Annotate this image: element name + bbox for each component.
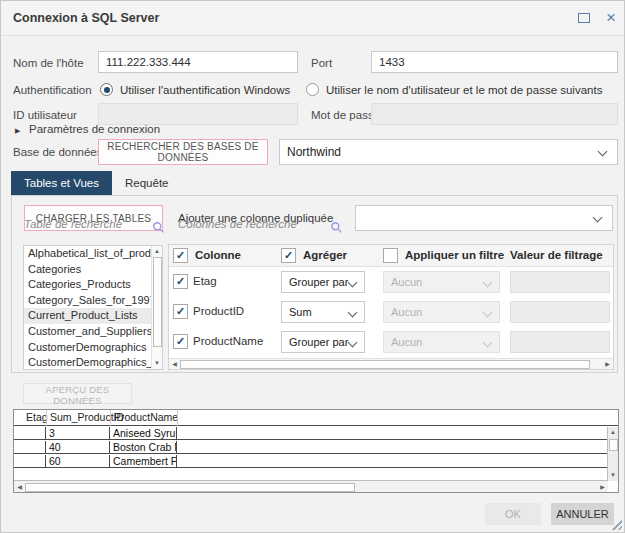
scrollbar-thumb[interactable] xyxy=(609,439,618,451)
checkbox-checked[interactable]: ✓ xyxy=(173,334,188,349)
table-row[interactable]: 3 Aniseed Syrup xyxy=(14,427,607,440)
scroll-left-icon[interactable]: ◀ xyxy=(14,482,25,492)
list-item[interactable]: Category_Sales_for_1997 xyxy=(24,293,151,309)
ok-button: OK xyxy=(485,503,541,525)
table-row[interactable]: 60 Camembert Pierrot xyxy=(14,455,607,468)
scroll-up-icon[interactable]: ▲ xyxy=(152,246,162,257)
scrollbar-thumb[interactable] xyxy=(153,257,162,347)
cell-etag xyxy=(14,441,46,454)
table-row[interactable]: 40 Boston Crab Meat xyxy=(14,441,607,454)
radio-credentials-auth[interactable] xyxy=(306,83,319,96)
aggregate-select-value: Sum xyxy=(289,302,312,322)
user-id-label: ID utilisateur xyxy=(13,109,77,121)
radio-windows-auth[interactable] xyxy=(100,83,113,96)
columns-grid: ✓ Colonne ✓ Agréger Appliquer un filtre … xyxy=(168,244,614,370)
filter-value-input-disabled xyxy=(510,331,610,353)
filter-select-disabled: Aucun xyxy=(383,301,500,323)
columns-grid-hscrollbar[interactable]: ◀ ▶ xyxy=(169,358,613,369)
checkbox-aggregate-checked[interactable]: ✓ xyxy=(281,248,296,263)
aggregate-select[interactable]: Sum xyxy=(281,301,365,323)
checkbox-checked[interactable]: ✓ xyxy=(173,304,188,319)
cancel-button[interactable]: ANNULER xyxy=(551,503,614,525)
maximize-icon[interactable] xyxy=(578,13,590,23)
radio-windows-auth-label[interactable]: Utiliser l'authentification Windows xyxy=(120,84,290,96)
scrollbar-thumb[interactable] xyxy=(180,360,590,369)
chevron-down-icon xyxy=(348,278,358,288)
aggregate-select-value: Grouper par xyxy=(289,272,348,292)
close-icon[interactable]: × xyxy=(600,6,622,30)
host-label: Nom de l'hôte xyxy=(13,57,84,69)
list-item[interactable]: Alphabetical_list_of_products xyxy=(24,246,151,262)
list-item-selected[interactable]: Current_Product_Lists xyxy=(24,308,151,324)
tables-list-scrollbar[interactable]: ▲ ▼ xyxy=(151,246,162,369)
dialog-title: Connexion à SQL Server xyxy=(13,1,159,36)
column-header: Colonne xyxy=(195,249,241,261)
duplicate-column-select[interactable] xyxy=(355,205,613,231)
scroll-down-icon[interactable]: ▼ xyxy=(152,358,162,369)
list-item[interactable]: CustomerDemographics xyxy=(24,340,151,356)
cell-productname: Camembert Pierrot xyxy=(110,455,177,468)
preview-col-etag: Etag xyxy=(26,411,48,423)
aggregate-select[interactable]: Grouper par xyxy=(281,271,365,293)
chevron-down-icon xyxy=(348,338,358,348)
list-item[interactable]: Categories_Products xyxy=(24,277,151,293)
tab-tables-and-views[interactable]: Tables et Vues xyxy=(11,171,112,195)
scrollbar-thumb[interactable] xyxy=(25,483,355,492)
apply-filter-header: Appliquer un filtre xyxy=(405,249,504,261)
list-item[interactable]: CustomerDemographics_Custor xyxy=(24,355,151,370)
auth-label: Authentification xyxy=(13,84,92,96)
preview-hscrollbar[interactable]: ◀ ▶ xyxy=(14,480,608,492)
search-databases-button[interactable]: RECHERCHER DES BASES DE DONNÉES xyxy=(98,139,268,165)
filter-select-value: Aucun xyxy=(391,302,422,322)
column-separator xyxy=(110,410,111,426)
tab-bar: Tables et Vues Requête xyxy=(11,171,182,195)
sql-server-connection-dialog: Connexion à SQL Server × Nom de l'hôte P… xyxy=(0,0,625,533)
filter-value-input-disabled xyxy=(510,301,610,323)
aggregate-select-value: Grouper par xyxy=(289,332,348,352)
cell-sum-productid: 40 xyxy=(46,441,110,454)
chevron-down-icon xyxy=(483,308,493,318)
radio-credentials-auth-label[interactable]: Utiliser le nom d'utilisateur et le mot … xyxy=(326,84,602,96)
scroll-right-icon[interactable]: ▶ xyxy=(602,359,613,369)
chevron-down-icon xyxy=(483,278,493,288)
cell-productname: Boston Crab Meat xyxy=(110,441,177,454)
column-row-productid: ✓ ProductID Sum Aucun xyxy=(169,297,613,327)
scroll-down-icon[interactable]: ▼ xyxy=(608,470,618,481)
expander-icon[interactable]: ▶ xyxy=(15,124,20,138)
password-label: Mot de passe xyxy=(311,109,380,121)
filter-select-disabled: Aucun xyxy=(383,271,500,293)
port-input[interactable] xyxy=(371,51,618,73)
data-preview-table: Etag Sum_ProductID ProductName 3 Aniseed… xyxy=(13,409,619,493)
list-item[interactable]: Customer_and_Suppliers_by_Cit xyxy=(24,324,151,340)
preview-vscrollbar[interactable]: ▲ ▼ xyxy=(607,427,618,481)
scroll-right-icon[interactable]: ▶ xyxy=(597,482,608,492)
tables-list: Alphabetical_list_of_products Categories… xyxy=(23,245,163,370)
column-name: ProductName xyxy=(193,335,263,347)
cell-productname: Aniseed Syrup xyxy=(110,427,177,440)
search-icon xyxy=(330,221,343,234)
preview-col-sum-productid: Sum_ProductID xyxy=(50,411,124,423)
tab-query[interactable]: Requête xyxy=(112,171,181,195)
aggregate-header: Agréger xyxy=(303,249,347,261)
host-input[interactable] xyxy=(98,51,298,73)
preview-header-row: Etag Sum_ProductID ProductName xyxy=(14,410,618,426)
column-row-etag: ✓ Etag Grouper par Aucun xyxy=(169,267,613,297)
aggregate-select[interactable]: Grouper par xyxy=(281,331,365,353)
checkbox-column-checked[interactable]: ✓ xyxy=(173,248,188,263)
table-search-input[interactable] xyxy=(24,218,149,230)
chevron-down-icon xyxy=(483,338,493,348)
checkbox-apply-filter-unchecked[interactable] xyxy=(383,248,398,263)
columns-search-input[interactable] xyxy=(178,218,323,230)
column-separator xyxy=(177,410,178,426)
database-label: Base de données xyxy=(13,146,103,158)
scroll-left-icon[interactable]: ◀ xyxy=(169,359,180,369)
filter-value-input-disabled xyxy=(510,271,610,293)
database-select[interactable]: Northwind xyxy=(279,139,618,165)
list-item[interactable]: Categories xyxy=(24,262,151,278)
checkbox-checked[interactable]: ✓ xyxy=(173,274,188,289)
preview-col-productname: ProductName xyxy=(114,411,178,423)
search-icon xyxy=(152,221,165,234)
cell-etag xyxy=(14,427,46,440)
scroll-up-icon[interactable]: ▲ xyxy=(608,427,618,438)
connection-params-expander[interactable]: Paramètres de connexion xyxy=(29,123,160,135)
